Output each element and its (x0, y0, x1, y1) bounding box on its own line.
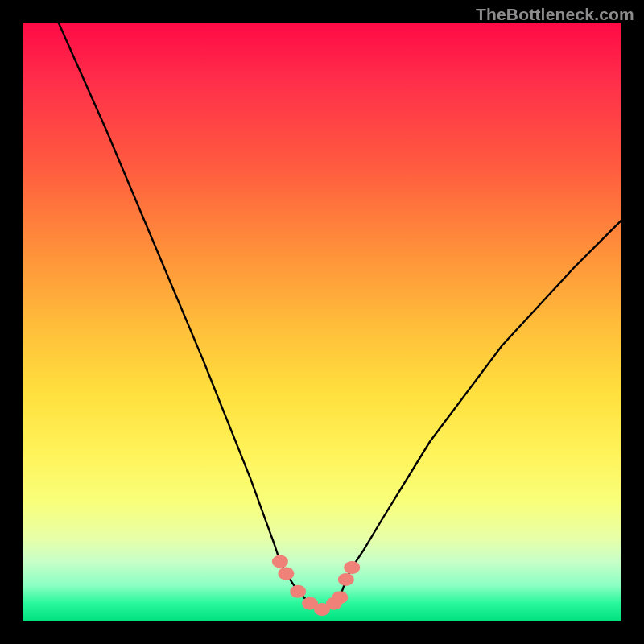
plot-background (23, 23, 621, 621)
watermark-text: TheBottleneck.com (476, 5, 634, 24)
chart-frame: TheBottleneck.com (0, 0, 644, 644)
